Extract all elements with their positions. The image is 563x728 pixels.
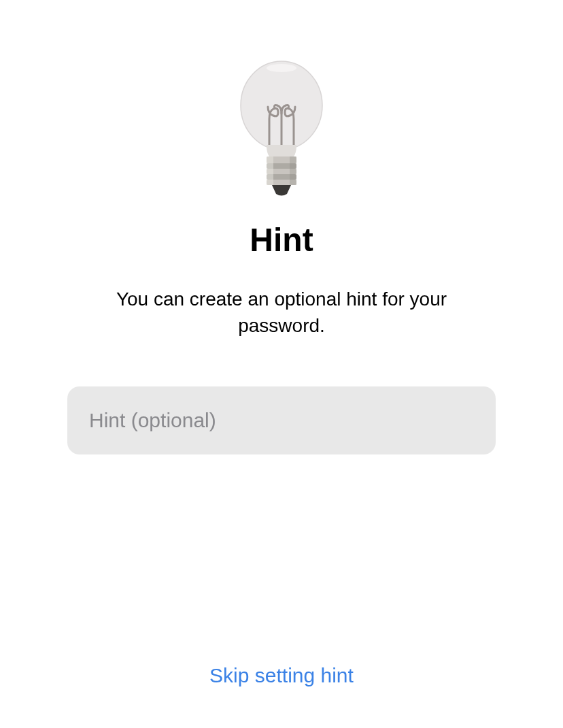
page-title: Hint	[250, 221, 313, 259]
svg-rect-7	[267, 156, 273, 185]
lightbulb-icon	[234, 58, 329, 201]
page-description: You can create an optional hint for your…	[78, 286, 485, 339]
svg-rect-8	[290, 156, 296, 185]
hint-input-container	[67, 386, 496, 454]
hint-input[interactable]	[67, 386, 496, 454]
svg-point-1	[267, 64, 296, 72]
skip-button[interactable]: Skip setting hint	[209, 664, 354, 687]
